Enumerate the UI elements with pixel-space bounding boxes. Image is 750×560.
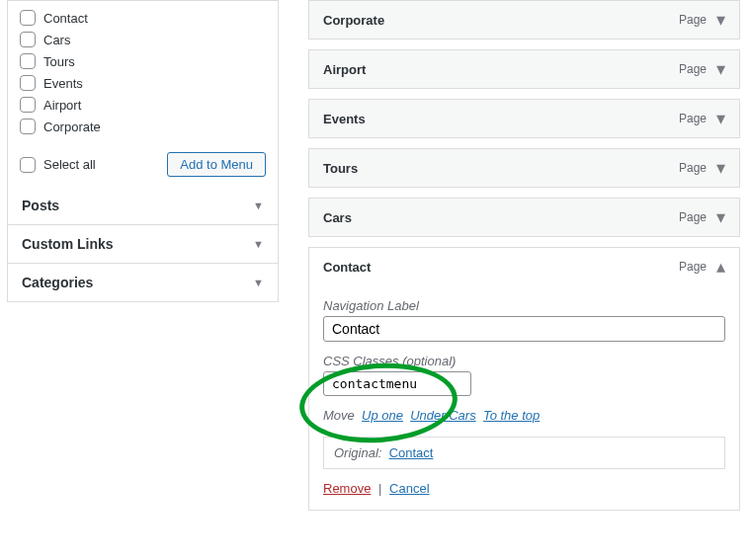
page-option-label: Airport (43, 98, 81, 113)
pages-checklist: Contact Cars Tours Events Airport Corpor… (8, 1, 278, 145)
page-option-label: Cars (43, 33, 70, 47)
page-option[interactable]: Events (20, 72, 266, 94)
move-under-link[interactable]: Under Cars (410, 408, 475, 423)
caret-up-icon: ▴ (716, 258, 725, 276)
menu-item-cars[interactable]: Cars Page▾ (308, 198, 740, 237)
page-option[interactable]: Airport (20, 94, 266, 116)
original-box: Original: Contact (323, 437, 725, 469)
chevron-down-icon: ▼ (253, 277, 264, 288)
menu-item-type: Page (679, 62, 707, 76)
nav-label-caption: Navigation Label (323, 298, 725, 313)
page-option-label: Tours (43, 54, 75, 69)
checkbox[interactable] (20, 157, 36, 173)
action-row: Remove | Cancel (323, 481, 725, 496)
move-up-link[interactable]: Up one (362, 408, 403, 423)
menu-item-corporate[interactable]: Corporate Page▾ (308, 0, 740, 40)
page-option[interactable]: Contact (20, 7, 266, 29)
remove-link[interactable]: Remove (323, 481, 371, 496)
menu-item-contact[interactable]: Contact Page▴ (308, 247, 740, 286)
checkbox[interactable] (20, 75, 36, 91)
accordion-custom-links[interactable]: Custom Links ▼ (7, 225, 279, 264)
select-all-label: Select all (43, 157, 96, 172)
caret-down-icon: ▾ (716, 208, 725, 226)
add-to-menu-button[interactable]: Add to Menu (167, 152, 266, 177)
chevron-down-icon: ▼ (253, 238, 264, 250)
caret-down-icon: ▾ (716, 110, 725, 127)
checkbox[interactable] (20, 97, 36, 113)
menu-item-tours[interactable]: Tours Page▾ (308, 148, 740, 188)
accordion-label: Posts (22, 198, 59, 213)
accordion-label: Custom Links (22, 236, 114, 252)
menu-item-type: Page (679, 112, 707, 125)
original-link[interactable]: Contact (389, 445, 434, 460)
caret-down-icon: ▾ (716, 60, 725, 78)
move-top-link[interactable]: To the top (483, 408, 540, 423)
menu-item-airport[interactable]: Airport Page▾ (308, 49, 740, 89)
menu-item-label: Tours (323, 161, 358, 176)
checkbox[interactable] (20, 119, 36, 134)
menu-item-label: Cars (323, 210, 352, 225)
select-all-option[interactable]: Select all (20, 157, 96, 173)
page-option-label: Contact (43, 11, 88, 26)
page-option[interactable]: Corporate (20, 116, 266, 137)
original-label: Original: (334, 445, 381, 460)
menu-item-label: Contact (323, 260, 371, 275)
css-classes-input[interactable] (323, 371, 471, 396)
page-option-label: Events (43, 76, 83, 91)
move-row: Move Up one Under Cars To the top (323, 408, 725, 423)
accordion-posts[interactable]: Posts ▼ (7, 187, 279, 225)
menu-item-type: Page (679, 210, 707, 224)
accordion-label: Categories (22, 275, 93, 290)
pages-panel: Contact Cars Tours Events Airport Corpor… (7, 0, 279, 188)
menu-item-label: Airport (323, 62, 366, 77)
menu-item-label: Corporate (323, 13, 384, 28)
menu-item-events[interactable]: Events Page▾ (308, 99, 740, 138)
accordion-categories[interactable]: Categories ▼ (7, 264, 279, 302)
select-all-row: Select all Add to Menu (8, 145, 278, 187)
checkbox[interactable] (20, 32, 36, 47)
page-option[interactable]: Tours (20, 50, 266, 72)
menu-item-type: Page (679, 161, 707, 175)
menu-item-settings: Navigation Label CSS Classes (optional) … (308, 285, 740, 511)
chevron-down-icon: ▼ (253, 200, 264, 211)
navigation-label-input[interactable] (323, 316, 725, 342)
separator: | (378, 481, 381, 496)
menu-item-type: Page (679, 260, 707, 274)
menu-item-label: Events (323, 112, 366, 126)
page-option[interactable]: Cars (20, 29, 266, 50)
page-option-label: Corporate (43, 120, 101, 134)
checkbox[interactable] (20, 53, 36, 69)
caret-down-icon: ▾ (716, 159, 725, 177)
menu-item-type: Page (679, 13, 707, 27)
move-label: Move (323, 408, 355, 423)
checkbox[interactable] (20, 10, 36, 26)
cancel-link[interactable]: Cancel (389, 481, 429, 496)
css-classes-caption: CSS Classes (optional) (323, 354, 725, 368)
caret-down-icon: ▾ (716, 11, 725, 29)
